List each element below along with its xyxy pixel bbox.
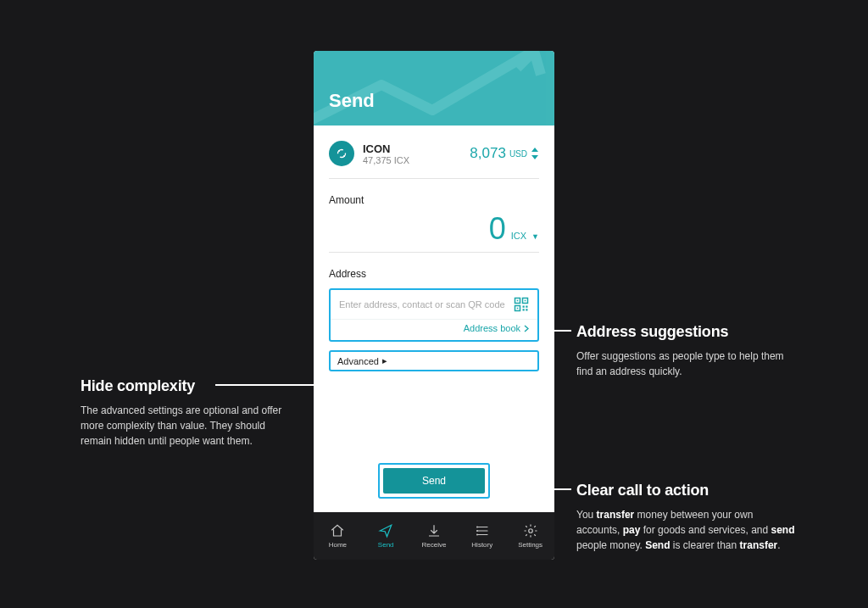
connector-line	[539, 330, 571, 332]
callout-hide-complexity: Hide complexity The advanced settings ar…	[81, 375, 288, 449]
sort-icon[interactable]	[531, 148, 539, 159]
phone-mock: Send ICON 47,375 ICX 8,073 USD Amount 0 …	[314, 51, 554, 560]
svg-rect-11	[523, 309, 525, 310]
callout-clear-cta: Clear call to action You transfer money …	[576, 479, 797, 553]
chevron-down-icon[interactable]: ▼	[531, 232, 539, 241]
chevron-right-icon	[524, 325, 529, 332]
fiat-balance: 8,073 USD	[470, 145, 539, 162]
address-input[interactable]	[339, 299, 514, 310]
page-title: Send	[329, 90, 375, 112]
tab-receive[interactable]: Receive	[410, 512, 459, 560]
amount-label: Amount	[329, 194, 539, 206]
connector-line	[215, 384, 320, 386]
settings-icon	[523, 523, 538, 538]
home-icon	[330, 523, 345, 538]
tab-send[interactable]: Send	[362, 512, 410, 560]
address-book-link[interactable]: Address book	[331, 319, 537, 340]
svg-point-1	[338, 150, 340, 152]
send-button-highlight: Send	[378, 463, 490, 499]
address-label: Address	[329, 268, 539, 280]
balance-row[interactable]: ICON 47,375 ICX 8,073 USD	[329, 141, 539, 179]
svg-rect-9	[523, 306, 525, 308]
coin-icon	[329, 141, 354, 166]
amount-input[interactable]: 0 ICX ▼	[329, 211, 539, 253]
tab-settings[interactable]: Settings	[506, 512, 554, 560]
svg-rect-12	[526, 309, 527, 310]
connector-line	[492, 488, 571, 490]
svg-point-14	[476, 531, 477, 532]
address-box: Address book	[329, 288, 539, 342]
caret-right-icon: ▸	[382, 355, 387, 366]
svg-point-2	[343, 155, 345, 157]
callout-address-suggestions: Address suggestions Offer suggestions as…	[576, 321, 797, 379]
svg-rect-8	[517, 308, 519, 310]
send-button[interactable]: Send	[383, 468, 485, 494]
svg-point-16	[528, 529, 532, 533]
advanced-button[interactable]: Advanced ▸	[329, 350, 539, 371]
coin-amount: 47,375 ICX	[363, 155, 461, 165]
svg-point-15	[476, 534, 477, 535]
screen-header: Send	[314, 51, 554, 126]
svg-rect-4	[517, 300, 519, 302]
receive-icon	[426, 523, 442, 538]
svg-point-13	[476, 527, 477, 527]
history-icon	[475, 523, 490, 538]
send-icon	[378, 523, 393, 538]
tab-bar: Home Send Receive History Settings	[314, 512, 554, 560]
header-arrow-bg	[314, 51, 554, 126]
screen-body: ICON 47,375 ICX 8,073 USD Amount 0 ICX ▼…	[314, 126, 554, 512]
tab-home[interactable]: Home	[314, 512, 362, 560]
tab-history[interactable]: History	[458, 512, 506, 560]
coin-name: ICON	[363, 142, 461, 155]
svg-rect-6	[525, 300, 526, 302]
qr-icon[interactable]	[514, 297, 529, 312]
svg-rect-10	[526, 306, 527, 308]
